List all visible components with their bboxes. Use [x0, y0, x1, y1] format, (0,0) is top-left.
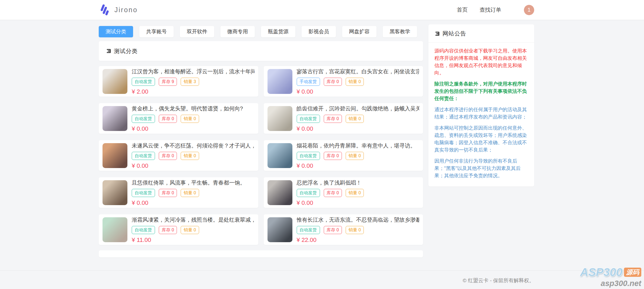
product-price: ¥ 0.00	[132, 125, 255, 132]
delivery-badge: 自动发货	[297, 152, 320, 160]
product-title: 且恁偎红倚翠，风流事，平生畅。青春都一饷。	[132, 179, 255, 186]
product-image	[103, 217, 127, 242]
product-price: ¥ 0.00	[132, 162, 255, 169]
asp300-watermark: ASP300 源码 asp300.net	[580, 267, 641, 287]
product-title: 渐霜风凄紧，关河冷落，残照当楼。是处红衰翠减，苒...	[132, 216, 255, 224]
delivery-badge: 自动发货	[132, 115, 155, 123]
stock-badge: 库存 0	[324, 152, 342, 160]
product-image	[103, 106, 127, 131]
product-price: ¥ 11.00	[132, 237, 255, 244]
notice-body: 源码内容仅供创业者下载学习之用。使用本程序开设的博客商城，网友可自由发布相关信息…	[428, 42, 534, 186]
delivery-badge: 自动发货	[132, 189, 155, 197]
product-card[interactable]: 江汉曾为客，相逢每醉还。浮云一别后，流水十年间 自动发货 库存 9 销量 3 ¥…	[99, 66, 258, 97]
logo-icon	[99, 4, 111, 16]
category-tab[interactable]: 共享账号	[139, 26, 174, 37]
product-image	[267, 217, 292, 242]
category-tabs: 测试分类 共享账号 双开软件 微商专用 瓶盖货源 影视会员 网盘扩容 黑客教学	[99, 26, 423, 37]
product-card[interactable]: 忍把浮名，换了浅斟低唱！ 自动发货 库存 0 销量 0 ¥ 0.00	[264, 177, 423, 208]
product-title: 皓齿信难开，沉吟碧云间。勾践徵绝艳，扬蛾入吴关。	[297, 105, 420, 112]
section-title: 测试分类	[114, 47, 138, 55]
sales-badge: 销量 0	[181, 115, 199, 123]
category-tab[interactable]: 微商专用	[220, 26, 255, 37]
brand-logo[interactable]: Jirono	[99, 4, 138, 16]
main-nav: 首页 查找订单 1	[457, 5, 534, 15]
product-card[interactable]: 寥落古行宫，宫花寂寞红。白头宫女在，闲坐说玄宗。 手动发货 库存 0 销量 0 …	[264, 66, 423, 97]
sales-badge: 销量 0	[346, 189, 364, 197]
product-title: 黄金榜上，偶失龙头望。明代暂遗贤，如何向?	[132, 105, 255, 112]
delivery-badge: 手动发货	[297, 78, 320, 86]
watermark-asp300: ASP300	[580, 267, 622, 278]
delivery-badge: 自动发货	[132, 152, 155, 160]
notice-paragraph: 源码内容仅供创业者下载学习之用。使用本程序开设的博客商城，网友可自由发布相关信息…	[434, 47, 528, 77]
copyright-text: © 红盟云卡 - 保留所有解释权。	[463, 278, 534, 283]
sales-badge: 销量 0	[181, 226, 199, 234]
nav-home-link[interactable]: 首页	[457, 6, 468, 14]
product-price: ¥ 22.00	[297, 237, 420, 244]
product-image	[267, 143, 292, 168]
product-price: ¥ 0.00	[297, 162, 420, 169]
notice-title: 网站公告	[442, 30, 466, 37]
category-icon	[106, 48, 111, 54]
product-price: ¥ 2.00	[132, 88, 255, 95]
category-tab[interactable]: 网盘扩容	[342, 26, 377, 37]
stock-badge: 库存 0	[159, 226, 177, 234]
category-tab[interactable]: 双开软件	[180, 26, 214, 37]
stock-badge: 库存 0	[159, 152, 177, 160]
nav-find-order-link[interactable]: 查找订单	[480, 6, 501, 14]
delivery-badge: 自动发货	[297, 189, 320, 197]
product-price: ¥ 0.00	[297, 199, 420, 206]
product-title: 江汉曾为客，相逢每醉还。浮云一别后，流水十年间	[132, 68, 255, 75]
product-image	[103, 143, 127, 168]
product-grid: 江汉曾为客，相逢每醉还。浮云一别后，流水十年间 自动发货 库存 9 销量 3 ¥…	[99, 66, 423, 245]
product-price: ¥ 0.00	[132, 199, 255, 206]
category-tab[interactable]: 瓶盖货源	[261, 26, 295, 37]
delivery-badge: 自动发货	[132, 226, 155, 234]
sales-badge: 销量 0	[346, 226, 364, 234]
user-avatar[interactable]: 1	[524, 5, 534, 15]
product-card[interactable]: 烟花巷陌，依约丹青屏障。幸有意中人，堪寻访。 自动发货 库存 0 销量 0 ¥ …	[264, 140, 423, 171]
product-image	[267, 180, 292, 205]
stock-badge: 库存 0	[159, 115, 177, 123]
product-card[interactable]: 皓齿信难开，沉吟碧云间。勾践徵绝艳，扬蛾入吴关。 自动发货 库存 0 销量 0 …	[264, 103, 423, 134]
brand-name: Jirono	[114, 6, 138, 14]
sales-badge: 销量 0	[181, 189, 199, 197]
product-card[interactable]: 惟有长江水，无语东流。不忍登高临远，望故乡渺邈... 自动发货 库存 0 销量 …	[264, 214, 423, 245]
product-card[interactable]: 渐霜风凄紧，关河冷落，残照当楼。是处红衰翠减，苒... 自动发货 库存 0 销量…	[99, 214, 258, 245]
list-bottom-card	[99, 250, 423, 257]
sales-badge: 销量 0	[181, 152, 199, 160]
product-price: ¥ 0.00	[297, 125, 420, 132]
top-header: Jirono 首页 查找订单 1	[0, 0, 644, 20]
page-footer: © 红盟云卡 - 保留所有解释权。	[0, 270, 644, 284]
product-image	[267, 106, 292, 131]
category-tab[interactable]: 黑客教学	[383, 26, 417, 37]
notice-icon	[434, 31, 440, 37]
notice-paragraph: 非本网站可控制之原因而出现的任何意外、疏忽、资料的丢失或毁坏等；用户系统感染电脑…	[434, 124, 528, 154]
product-title: 烟花巷陌，依约丹青屏障。幸有意中人，堪寻访。	[297, 142, 420, 149]
notice-paragraph: 因用户任何非法行为导致的所有不良后果；"黑客"以及其他不可抗力因素及其后果；其他…	[434, 157, 528, 179]
stock-badge: 库存 9	[159, 78, 177, 86]
sales-badge: 销量 0	[346, 115, 364, 123]
product-card[interactable]: 且恁偎红倚翠，风流事，平生畅。青春都一饷。 自动发货 库存 0 销量 0 ¥ 0…	[99, 177, 258, 208]
section-header-card: 测试分类	[99, 41, 423, 61]
category-tab[interactable]: 影视会员	[302, 26, 336, 37]
product-card[interactable]: 未遂风云便，争不恣狂荡。何须论得丧？才子词人，自... 自动发货 库存 0 销量…	[99, 140, 258, 171]
delivery-badge: 自动发货	[132, 78, 155, 86]
sales-badge: 销量 0	[346, 78, 364, 86]
notice-paragraph: 通过本程序进行的任何属于用户的活动及其结果；通过本程序发布的产品和资讯内容；	[434, 106, 528, 121]
category-tab[interactable]: 测试分类	[99, 26, 133, 37]
product-title: 未遂风云便，争不恣狂荡。何须论得丧？才子词人，自...	[132, 142, 255, 149]
stock-badge: 库存 0	[159, 189, 177, 197]
watermark-tag: 源码	[624, 268, 641, 277]
sales-badge: 销量 3	[181, 78, 199, 86]
notice-card: 网站公告 源码内容仅供创业者下载学习之用。使用本程序开设的博客商城，网友可自由发…	[428, 24, 534, 186]
sales-badge: 销量 0	[346, 152, 364, 160]
product-card[interactable]: 黄金榜上，偶失龙头望。明代暂遗贤，如何向? 自动发货 库存 0 销量 0 ¥ 0…	[99, 103, 258, 134]
stock-badge: 库存 0	[324, 189, 342, 197]
stock-badge: 库存 0	[324, 226, 342, 234]
product-title: 寥落古行宫，宫花寂寞红。白头宫女在，闲坐说玄宗。	[297, 68, 420, 75]
product-title: 惟有长江水，无语东流。不忍登高临远，望故乡渺邈...	[297, 216, 420, 224]
product-image	[103, 180, 127, 205]
watermark-url: asp300.net	[580, 280, 641, 287]
stock-badge: 库存 0	[324, 78, 342, 86]
delivery-badge: 自动发货	[297, 226, 320, 234]
